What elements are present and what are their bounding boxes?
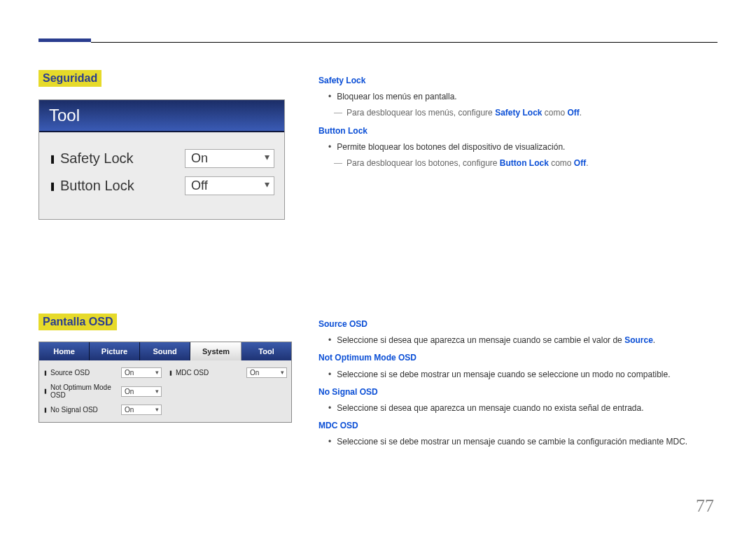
mdc-osd-label: MDC OSD [169,369,246,377]
tool-ui-screenshot: Tool Safety Lock On Button Lock Off [38,99,285,220]
safety-lock-subhead: Safety Lock [318,74,714,87]
button-lock-subhead: Button Lock [318,125,714,138]
osd-row-mdc-osd: MDC OSD On [169,365,287,381]
pantalla-left-column: Pantalla OSD Home Picture Sound System T… [38,314,298,423]
osd-tab-tool[interactable]: Tool [241,342,291,360]
not-optimum-subhead: Not Optimum Mode OSD [318,351,714,365]
osd-row-not-optimum: Not Optimum Mode OSD On [43,381,162,402]
osd-row-no-signal: No Signal OSD On [43,402,162,418]
osd-tab-system[interactable]: System [190,342,241,360]
osd-ui-screenshot: Home Picture Sound System Tool Source OS… [38,342,292,423]
page-number: 77 [696,496,714,517]
osd-left-col: Source OSD On Not Optimum Mode OSD On No… [43,365,162,418]
header-accent-bar [38,38,91,42]
pantalla-right-column: Source OSD Seleccione si desea que apare… [318,314,714,452]
mdc-osd-dropdown[interactable]: On [246,367,287,378]
source-osd-label: Source OSD [43,369,121,377]
safety-lock-bullet: Bloquear los menús en pantalla. [328,90,714,104]
pantalla-heading: Pantalla OSD [38,314,117,330]
mdc-osd-bullet: Seleccione si se debe mostrar un mensaje… [328,435,714,449]
osd-tab-picture[interactable]: Picture [90,342,140,360]
osd-tab-sound[interactable]: Sound [140,342,190,360]
button-lock-dropdown[interactable]: Off [185,176,274,195]
not-optimum-dropdown[interactable]: On [121,386,162,397]
tool-row-safety-lock: Safety Lock On [49,149,274,168]
header-rule [91,42,718,43]
osd-right-col: MDC OSD On [169,365,287,418]
safety-lock-dropdown[interactable]: On [185,149,274,168]
not-optimum-label: Not Optimum Mode OSD [43,384,121,399]
no-signal-label: No Signal OSD [43,406,121,414]
button-lock-bullet: Permite bloquear los botones del disposi… [328,141,714,154]
osd-tab-bar: Home Picture Sound System Tool [39,342,291,360]
not-optimum-bullet: Seleccione si se debe mostrar un mensaje… [328,368,714,381]
button-lock-label: Button Lock [49,178,185,194]
source-osd-bullet: Seleccione si desea que aparezca un mens… [328,334,714,347]
no-signal-bullet: Seleccione si desea que aparezca un mens… [328,402,714,415]
seguridad-right-column: Safety Lock Bloquear los menús en pantal… [318,70,714,173]
button-lock-note: Para desbloquear los botones, configure … [334,157,714,170]
source-osd-dropdown[interactable]: On [121,367,162,378]
no-signal-subhead: No Signal OSD [318,386,714,399]
osd-row-source-osd: Source OSD On [43,365,162,381]
tool-ui-title: Tool [39,100,284,132]
seguridad-left-column: Seguridad Tool Safety Lock On Button Loc… [38,70,298,220]
no-signal-dropdown[interactable]: On [121,405,162,415]
seguridad-heading: Seguridad [38,70,102,87]
safety-lock-note: Para desbloquear los menús, configure Sa… [334,106,714,120]
osd-tab-home[interactable]: Home [39,342,90,360]
safety-lock-label: Safety Lock [49,150,185,167]
source-osd-subhead: Source OSD [318,318,714,331]
tool-row-button-lock: Button Lock Off [49,176,274,195]
mdc-osd-subhead: MDC OSD [318,419,714,433]
